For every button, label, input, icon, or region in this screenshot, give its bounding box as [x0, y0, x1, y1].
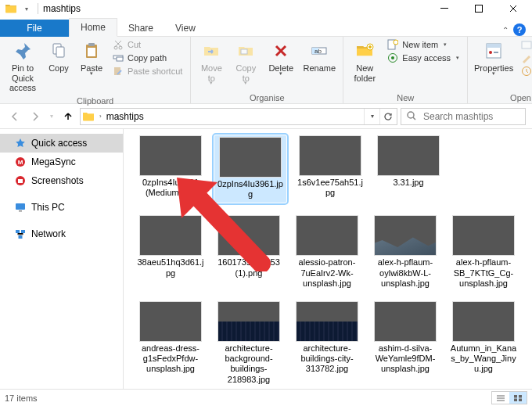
- ribbon-group-organise: Move to ▾ Copy to ▾ Delete ▾ ab Rename O…: [191, 37, 343, 103]
- sidebar-item-megasync[interactable]: M MegaSync: [0, 153, 123, 171]
- file-name: 3.31.jpg: [393, 178, 423, 188]
- sidebar-item-network[interactable]: Network: [0, 225, 123, 243]
- history-button[interactable]: History: [518, 65, 532, 77]
- copy-icon: [48, 40, 70, 62]
- qat-customize-caret-icon[interactable]: ▾: [20, 2, 33, 15]
- paste-button[interactable]: Paste ▾: [77, 38, 106, 75]
- new-item-button[interactable]: New item ▾: [384, 38, 462, 51]
- address-bar[interactable]: › mashtips ▾: [80, 108, 397, 125]
- rename-label: Rename: [304, 63, 336, 74]
- search-icon: [406, 110, 417, 123]
- paste-caret-icon: ▾: [77, 70, 106, 77]
- copy-path-button[interactable]: Copy path: [110, 52, 185, 64]
- svg-point-20: [391, 56, 394, 59]
- file-thumbnail: [139, 301, 202, 342]
- close-button[interactable]: [496, 0, 530, 18]
- cut-label: Cut: [128, 40, 141, 49]
- tab-home[interactable]: Home: [69, 18, 117, 37]
- scissors-icon: [113, 39, 124, 50]
- window-title: mashtips: [43, 3, 81, 14]
- sidebar: Quick access M MegaSync Screenshots This…: [0, 129, 124, 389]
- copy-path-icon: [113, 52, 124, 63]
- rename-button[interactable]: ab Rename: [300, 38, 338, 75]
- sidebar-item-this-pc[interactable]: This PC: [0, 198, 123, 217]
- copyto-caret-icon: ▾: [230, 80, 261, 86]
- sidebar-item-quick-access[interactable]: Quick access: [0, 134, 123, 153]
- breadcrumb[interactable]: mashtips: [105, 111, 146, 122]
- ribbon: Pin to Quick access Copy Paste ▾ Cut: [0, 37, 532, 104]
- file-area[interactable]: 0zpIns4Iu3961 (Medium).jpg0zpIns4Iu3961.…: [124, 129, 532, 389]
- svg-rect-1: [476, 5, 483, 13]
- properties-icon: [483, 40, 505, 62]
- crumb-caret-icon[interactable]: ›: [99, 113, 102, 120]
- tab-view[interactable]: View: [164, 20, 207, 37]
- search-input[interactable]: [422, 110, 520, 123]
- file-item[interactable]: 3.31.jpg: [374, 135, 443, 203]
- back-button[interactable]: [6, 108, 23, 125]
- delete-caret-icon: ▾: [264, 70, 297, 77]
- svg-rect-48: [19, 235, 23, 239]
- file-item[interactable]: Autumn_in_Kanas_by_Wang_Jinyu.jpg: [449, 301, 518, 385]
- file-name: alex-h-pflaum-SB_7KTtG_Cg-unsplash.jpg: [449, 257, 518, 289]
- file-item[interactable]: 0zpIns4Iu3961.jpg: [214, 135, 286, 203]
- file-item[interactable]: 1601735728653 (1).png: [214, 215, 283, 289]
- item-count: 17 items: [5, 393, 38, 403]
- address-dropdown-caret-icon[interactable]: ▾: [364, 109, 379, 124]
- group-title-organise: Organise: [196, 92, 338, 102]
- file-name: alex-h-pflaum-oylwi8kbW-L-unsplash.jpg: [371, 257, 440, 289]
- this-pc-icon: [14, 201, 27, 214]
- minimize-button[interactable]: [427, 0, 462, 18]
- svg-rect-0: [440, 8, 448, 9]
- file-item[interactable]: andreas-dress-g1sFedxPfdw-unsplash.jpg: [136, 301, 205, 385]
- move-to-button[interactable]: Move to ▾: [196, 38, 227, 84]
- file-thumbnail: [377, 135, 440, 176]
- copy-button[interactable]: Copy: [44, 38, 74, 75]
- file-thumbnail: [299, 135, 361, 176]
- new-folder-button[interactable]: New folder: [348, 38, 381, 84]
- open-button[interactable]: Open ▾: [518, 38, 532, 51]
- delete-button[interactable]: Delete ▾: [264, 38, 297, 75]
- easy-access-caret-icon: ▾: [456, 55, 459, 61]
- up-button[interactable]: [59, 108, 77, 125]
- svg-rect-45: [19, 210, 22, 212]
- new-item-label: New item: [402, 40, 438, 49]
- view-large-icons-button[interactable]: [509, 392, 527, 404]
- search-field[interactable]: [401, 108, 526, 125]
- refresh-button[interactable]: [379, 109, 395, 124]
- edit-button[interactable]: Edit: [518, 52, 532, 64]
- paste-shortcut-button[interactable]: Paste shortcut: [110, 65, 185, 77]
- file-name: architecture-background-buildings-218983…: [214, 343, 283, 385]
- folder-icon: [82, 110, 95, 123]
- file-item[interactable]: architecture-buildings-city-313782.jpg: [293, 301, 361, 385]
- file-thumbnail: [139, 135, 202, 176]
- file-item[interactable]: 0zpIns4Iu3961 (Medium).jpg: [136, 135, 205, 203]
- properties-button[interactable]: Properties ▾: [473, 38, 515, 75]
- easy-access-button[interactable]: Easy access ▾: [384, 52, 462, 64]
- copy-to-icon: [235, 40, 257, 62]
- copy-to-button[interactable]: Copy to ▾: [230, 38, 261, 84]
- cut-button[interactable]: Cut: [110, 38, 185, 51]
- recent-locations-caret-icon[interactable]: ▾: [47, 108, 56, 125]
- tab-share[interactable]: Share: [117, 20, 164, 37]
- pin-icon: [12, 40, 34, 62]
- file-item[interactable]: alex-h-pflaum-SB_7KTtG_Cg-unsplash.jpg: [449, 215, 518, 289]
- svg-rect-24: [494, 52, 498, 53]
- view-details-button[interactable]: [492, 392, 509, 404]
- file-item[interactable]: alessio-patron-7uEaIrv2-Wk-unsplash.jpg: [293, 215, 361, 289]
- file-item[interactable]: architecture-background-buildings-218983…: [214, 301, 283, 385]
- sidebar-item-screenshots[interactable]: Screenshots: [0, 171, 123, 190]
- file-item[interactable]: alex-h-pflaum-oylwi8kbW-L-unsplash.jpg: [371, 215, 440, 289]
- file-name: andreas-dress-g1sFedxPfdw-unsplash.jpg: [136, 343, 205, 375]
- tab-file[interactable]: File: [0, 20, 69, 37]
- file-item[interactable]: ashim-d-silva-WeYamle9fDM-unsplash.jpg: [371, 301, 440, 385]
- file-item[interactable]: 1s6v1ee75ah51.jpg: [296, 135, 365, 203]
- ribbon-collapse-caret-icon[interactable]: ⌃: [502, 26, 509, 34]
- title-bar: ▾ mashtips: [0, 0, 532, 18]
- forward-button[interactable]: [27, 108, 44, 125]
- file-thumbnail: [139, 215, 202, 256]
- maximize-button[interactable]: [462, 0, 496, 18]
- file-item[interactable]: 38aeu51hq3d61.jpg: [136, 215, 205, 289]
- properties-caret-icon: ▾: [473, 70, 515, 77]
- pin-to-quick-access-button[interactable]: Pin to Quick access: [5, 38, 41, 95]
- help-icon[interactable]: ?: [513, 23, 526, 36]
